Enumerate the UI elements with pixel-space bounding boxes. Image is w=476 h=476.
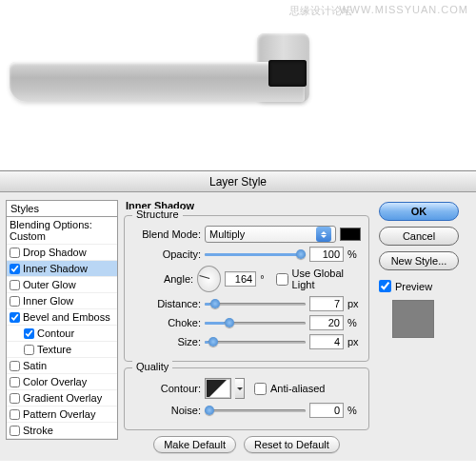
contour-dropdown[interactable] <box>235 378 245 399</box>
watermark-url: WWW.MISSYUAN.COM <box>339 4 468 15</box>
distance-unit: px <box>347 298 361 309</box>
global-light-label: Use Global Light <box>292 268 361 290</box>
global-light-checkbox[interactable] <box>276 273 288 286</box>
blendmode-label: Blend Mode: <box>132 228 201 240</box>
style-label: Stroke <box>23 425 53 436</box>
style-drop-shadow[interactable]: Drop Shadow <box>7 245 117 261</box>
checkbox[interactable] <box>10 377 20 387</box>
style-label: Texture <box>37 344 71 355</box>
blending-options-row[interactable]: Blending Options: Custom <box>7 217 117 245</box>
style-gradient-overlay[interactable]: Gradient Overlay <box>7 390 117 407</box>
angle-input[interactable]: 164 <box>225 271 256 287</box>
style-inner-shadow[interactable]: Inner Shadow <box>7 261 117 277</box>
noise-input[interactable]: 0 <box>309 403 344 418</box>
contour-picker[interactable] <box>205 378 231 399</box>
preview-checkbox[interactable] <box>379 280 391 292</box>
style-label: Inner Shadow <box>23 263 88 274</box>
preview-canvas: 思缘设计论坛 WWW.MISSYUAN.COM <box>0 0 476 162</box>
make-default-button[interactable]: Make Default <box>153 436 236 453</box>
style-label: Drop Shadow <box>23 247 87 258</box>
angle-unit: ° <box>260 273 271 285</box>
structure-legend: Structure <box>132 208 183 220</box>
angle-label: Angle: <box>132 273 193 285</box>
size-label: Size: <box>132 336 201 347</box>
dialog-title: Layer Style <box>0 171 476 192</box>
noise-unit: % <box>347 405 361 416</box>
style-satin[interactable]: Satin <box>7 358 117 374</box>
checkbox[interactable] <box>10 296 20 307</box>
checkbox[interactable] <box>10 248 20 258</box>
distance-input[interactable]: 7 <box>309 296 344 311</box>
structure-group: Structure Blend Mode: Multiply Opacity: … <box>124 215 369 362</box>
style-inner-glow[interactable]: Inner Glow <box>7 293 117 309</box>
opacity-input[interactable]: 100 <box>309 247 344 262</box>
checkbox[interactable] <box>10 312 20 323</box>
style-label: Color Overlay <box>23 376 87 387</box>
opacity-unit: % <box>347 248 361 260</box>
antialias-label: Anti-aliased <box>270 383 325 394</box>
blendmode-value: Multiply <box>209 228 245 240</box>
quality-group: Quality Contour: Anti-aliased Noise: 0 % <box>124 367 369 430</box>
opacity-slider[interactable] <box>205 248 306 261</box>
action-column: OK Cancel New Style... Preview <box>375 200 463 453</box>
settings-panel: Inner Shadow Structure Blend Mode: Multi… <box>118 200 375 453</box>
style-color-overlay[interactable]: Color Overlay <box>7 374 117 390</box>
blendmode-select[interactable]: Multiply <box>205 226 336 243</box>
shadow-color-swatch[interactable] <box>340 228 361 241</box>
style-label: Contour <box>37 327 74 339</box>
checkbox[interactable] <box>10 361 20 371</box>
contour-label: Contour: <box>132 383 201 394</box>
styles-column: Styles Blending Options: Custom Drop Sha… <box>6 200 118 453</box>
quality-legend: Quality <box>132 361 172 372</box>
distance-label: Distance: <box>132 298 201 309</box>
style-bevel-emboss[interactable]: Bevel and Emboss <box>7 309 117 326</box>
reset-default-button[interactable]: Reset to Default <box>244 436 340 453</box>
angle-dial[interactable] <box>197 266 221 292</box>
layer-style-dialog: Layer Style Styles Blending Options: Cus… <box>0 170 476 461</box>
choke-label: Choke: <box>132 317 201 328</box>
checkbox[interactable] <box>10 409 20 420</box>
ok-button[interactable]: OK <box>379 202 459 221</box>
style-pattern-overlay[interactable]: Pattern Overlay <box>7 407 117 423</box>
noise-slider[interactable] <box>205 404 306 417</box>
preview-label: Preview <box>395 281 432 292</box>
choke-input[interactable]: 20 <box>309 315 344 330</box>
size-slider[interactable] <box>205 335 306 348</box>
antialias-checkbox[interactable] <box>254 383 267 395</box>
style-label: Satin <box>23 360 47 371</box>
style-label: Outer Glow <box>23 279 76 290</box>
noise-label: Noise: <box>132 405 201 416</box>
preview-swatch <box>392 300 434 338</box>
size-input[interactable]: 4 <box>309 334 344 349</box>
checkbox[interactable] <box>10 264 20 274</box>
rendered-object <box>10 33 343 105</box>
size-unit: px <box>347 336 361 347</box>
styles-header[interactable]: Styles <box>6 200 118 216</box>
new-style-button[interactable]: New Style... <box>379 251 459 270</box>
styles-list: Blending Options: Custom Drop Shadow Inn… <box>6 216 118 440</box>
style-outer-glow[interactable]: Outer Glow <box>7 277 117 293</box>
checkbox[interactable] <box>24 328 34 339</box>
opacity-label: Opacity: <box>132 248 201 260</box>
style-label: Bevel and Emboss <box>23 311 110 323</box>
choke-unit: % <box>347 317 361 328</box>
select-arrows-icon <box>316 227 331 242</box>
style-label: Inner Glow <box>23 295 73 307</box>
distance-slider[interactable] <box>205 297 306 310</box>
cancel-button[interactable]: Cancel <box>379 227 459 246</box>
checkbox[interactable] <box>10 280 20 290</box>
style-stroke[interactable]: Stroke <box>7 423 117 439</box>
style-contour[interactable]: Contour <box>7 326 117 342</box>
checkbox[interactable] <box>10 426 20 436</box>
choke-slider[interactable] <box>205 316 306 329</box>
style-label: Pattern Overlay <box>23 408 95 420</box>
checkbox[interactable] <box>24 345 34 355</box>
style-texture[interactable]: Texture <box>7 342 117 358</box>
style-label: Gradient Overlay <box>23 392 102 404</box>
checkbox[interactable] <box>10 393 20 404</box>
